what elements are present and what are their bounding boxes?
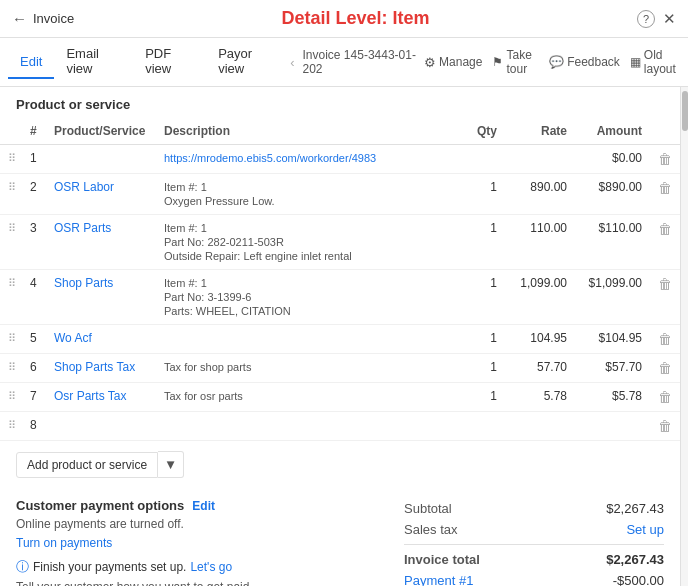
old-layout-button[interactable]: ▦ Old layout: [630, 48, 680, 76]
delete-icon[interactable]: 🗑: [658, 221, 672, 237]
delete-cell: 🗑: [650, 270, 680, 325]
row-number: 3: [22, 215, 46, 270]
col-description: Description: [156, 118, 455, 145]
drag-handle[interactable]: ⠿: [8, 332, 14, 344]
drag-handle[interactable]: ⠿: [8, 419, 14, 431]
tab-edit[interactable]: Edit: [8, 46, 54, 79]
desc-line: Part No: 3-1399-6: [164, 291, 251, 303]
description-cell: [156, 412, 455, 441]
product-name[interactable]: Wo Acf: [46, 325, 156, 354]
qty-cell: [455, 412, 505, 441]
table-row: ⠿ 8 🗑: [0, 412, 680, 441]
rate-cell: 110.00: [505, 215, 575, 270]
subtotal-row: Subtotal $2,267.43: [404, 498, 664, 519]
scrollbar[interactable]: [680, 87, 688, 586]
product-name[interactable]: [46, 412, 156, 441]
row-number: 4: [22, 270, 46, 325]
desc-link[interactable]: https://mrodemo.ebis5.com/workorder/4983: [164, 152, 376, 164]
close-icon[interactable]: ✕: [663, 10, 676, 28]
take-tour-button[interactable]: ⚑ Take tour: [492, 48, 539, 76]
drag-handle[interactable]: ⠿: [8, 152, 14, 164]
product-name[interactable]: Shop Parts: [46, 270, 156, 325]
delete-icon[interactable]: 🗑: [658, 151, 672, 167]
product-name[interactable]: OSR Parts: [46, 215, 156, 270]
product-name[interactable]: OSR Labor: [46, 174, 156, 215]
payment-value: -$500.00: [613, 573, 664, 586]
payment-row: Payment #1 -$500.00: [404, 570, 664, 586]
description-cell: Tax for osr parts: [156, 383, 455, 412]
qty-cell: 1: [455, 215, 505, 270]
help-icon[interactable]: ?: [637, 10, 655, 28]
invoice-total-row: Invoice total $2,267.43: [404, 549, 664, 570]
delete-icon[interactable]: 🗑: [658, 360, 672, 376]
qty-cell: [455, 145, 505, 174]
delete-icon[interactable]: 🗑: [658, 389, 672, 405]
payment-options: Customer payment options Edit Online pay…: [16, 498, 384, 586]
manage-button[interactable]: ⚙ Manage: [424, 55, 482, 70]
table-row: ⠿ 7 Osr Parts Tax Tax for osr parts 1 5.…: [0, 383, 680, 412]
desc-line: Item #: 1: [164, 181, 207, 193]
drag-handle[interactable]: ⠿: [8, 277, 14, 289]
table-row: ⠿ 3 OSR Parts Item #: 1Part No: 282-0211…: [0, 215, 680, 270]
invoice-ref: Invoice 145-3443-01-202: [303, 48, 421, 76]
section-header: Product or service: [0, 87, 680, 118]
back-icon[interactable]: ←: [12, 10, 27, 27]
desc-line: Item #: 1: [164, 222, 207, 234]
payment-link[interactable]: Payment #1: [404, 573, 473, 586]
drag-handle-cell: ⠿: [0, 215, 22, 270]
drag-handle[interactable]: ⠿: [8, 361, 14, 373]
product-table: # Product/Service Description Qty Rate A…: [0, 118, 680, 441]
delete-cell: 🗑: [650, 145, 680, 174]
invoice-total-value: $2,267.43: [606, 552, 664, 567]
add-product-button[interactable]: Add product or service: [16, 452, 158, 478]
sales-tax-setup-link[interactable]: Set up: [626, 522, 664, 537]
flag-icon: ⚑: [492, 55, 503, 69]
amount-cell: [575, 412, 650, 441]
description-cell: https://mrodemo.ebis5.com/workorder/4983: [156, 145, 455, 174]
sales-tax-label: Sales tax: [404, 522, 457, 537]
back-nav[interactable]: ← Invoice: [12, 10, 74, 27]
col-rate: Rate: [505, 118, 575, 145]
product-name[interactable]: [46, 145, 156, 174]
product-name[interactable]: Shop Parts Tax: [46, 354, 156, 383]
delete-icon[interactable]: 🗑: [658, 418, 672, 434]
drag-handle-cell: ⠿: [0, 270, 22, 325]
delete-icon[interactable]: 🗑: [658, 331, 672, 347]
tab-pdf-view[interactable]: PDF view: [133, 38, 206, 86]
row-number: 1: [22, 145, 46, 174]
description-cell: Item #: 1Oxygen Pressure Low.: [156, 174, 455, 215]
product-name[interactable]: Osr Parts Tax: [46, 383, 156, 412]
amount-cell: $110.00: [575, 215, 650, 270]
tab-payor-view[interactable]: Payor view: [206, 38, 286, 86]
drag-handle[interactable]: ⠿: [8, 222, 14, 234]
drag-handle-cell: ⠿: [0, 383, 22, 412]
drag-handle[interactable]: ⠿: [8, 390, 14, 402]
lets-go-link[interactable]: Let's go: [190, 560, 232, 574]
qty-cell: 1: [455, 174, 505, 215]
description-cell: Item #: 1Part No: 3-1399-6Parts: WHEEL, …: [156, 270, 455, 325]
description-cell: [156, 325, 455, 354]
scroll-thumb[interactable]: [682, 91, 688, 131]
rate-cell: 5.78: [505, 383, 575, 412]
tab-email-view[interactable]: Email view: [54, 38, 133, 86]
subtotal-value: $2,267.43: [606, 501, 664, 516]
delete-icon[interactable]: 🗑: [658, 276, 672, 292]
bottom-section: Customer payment options Edit Online pay…: [0, 488, 680, 586]
delete-icon[interactable]: 🗑: [658, 180, 672, 196]
qty-cell: 1: [455, 270, 505, 325]
drag-handle-cell: ⠿: [0, 174, 22, 215]
rate-cell: 104.95: [505, 325, 575, 354]
top-bar: ← Invoice Detail Level: Item ? ✕: [0, 0, 688, 38]
row-number: 2: [22, 174, 46, 215]
totals-divider: [404, 544, 664, 545]
drag-handle[interactable]: ⠿: [8, 181, 14, 193]
turn-on-payments-link[interactable]: Turn on payments: [16, 536, 112, 550]
delete-cell: 🗑: [650, 354, 680, 383]
layout-icon: ▦: [630, 55, 641, 69]
feedback-button[interactable]: 💬 Feedback: [549, 55, 620, 69]
add-product-dropdown[interactable]: ▼: [158, 451, 184, 478]
finish-text: Finish your payments set up.: [33, 560, 186, 574]
nav-actions: ⚙ Manage ⚑ Take tour 💬 Feedback ▦ Old la…: [424, 48, 680, 76]
payment-options-edit[interactable]: Edit: [192, 499, 215, 513]
row-number: 8: [22, 412, 46, 441]
